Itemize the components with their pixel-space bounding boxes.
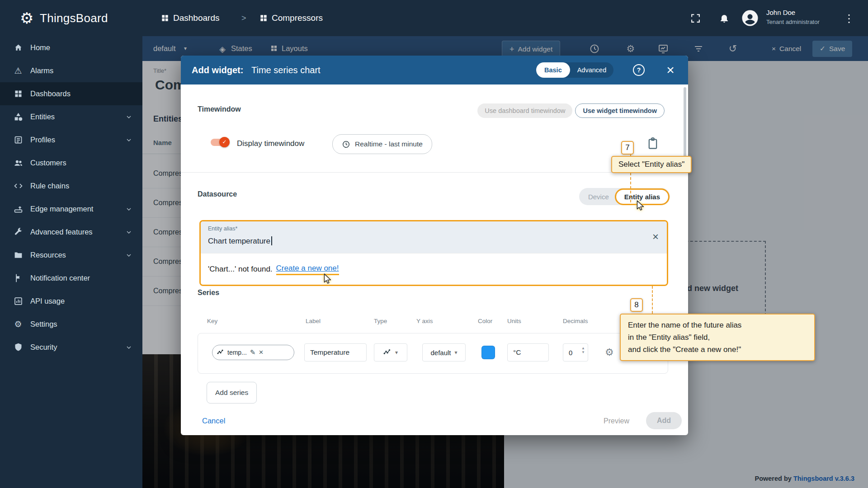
paste-clipboard-icon[interactable] bbox=[646, 137, 661, 152]
step-down-icon: ▼ bbox=[581, 351, 585, 354]
chevron-down-icon bbox=[125, 206, 132, 213]
user-role: Tenant administrator bbox=[766, 19, 820, 25]
dialog-cancel-button[interactable]: Cancel bbox=[202, 417, 225, 425]
series-decimals-input[interactable]: 0 ▲▼ bbox=[563, 343, 588, 361]
section-divider bbox=[181, 172, 688, 173]
series-heading: Series bbox=[198, 289, 219, 297]
shield-icon bbox=[12, 343, 24, 352]
gear-icon: ⚙ bbox=[12, 319, 24, 329]
app-title: ThingsBoard bbox=[40, 0, 108, 36]
wrench-icon bbox=[12, 227, 24, 237]
series-settings-gear-icon[interactable]: ⚙ bbox=[605, 347, 614, 358]
sidebar-item-notification-center[interactable]: Notification center bbox=[0, 267, 142, 290]
sidebar-item-dashboards[interactable]: Dashboards bbox=[0, 82, 142, 105]
remove-key-icon[interactable]: × bbox=[259, 348, 263, 357]
display-timewindow-toggle[interactable]: ✓ bbox=[211, 139, 229, 146]
close-icon[interactable]: × bbox=[663, 61, 678, 79]
column-decimals: Decimals bbox=[563, 318, 588, 324]
breadcrumb-root[interactable]: Dashboards bbox=[173, 0, 219, 36]
display-timewindow-label: Display timewindow bbox=[237, 139, 304, 148]
dialog-header: Add widget: Time series chart Basic Adva… bbox=[181, 56, 688, 84]
clock-icon bbox=[342, 140, 350, 149]
more-options-icon[interactable]: ⋮ bbox=[844, 12, 854, 25]
use-dashboard-timewindow-button[interactable]: Use dashboard timewindow bbox=[477, 103, 572, 118]
clear-icon[interactable]: × bbox=[652, 230, 659, 244]
series-color-swatch[interactable] bbox=[481, 346, 495, 359]
series-y-axis-select[interactable]: default ▾ bbox=[422, 343, 466, 361]
add-button-disabled[interactable]: Add bbox=[646, 412, 682, 429]
edit-pencil-icon[interactable]: ✎ bbox=[250, 348, 256, 357]
column-color: Color bbox=[478, 318, 492, 324]
dashboards-grid-icon bbox=[160, 14, 170, 23]
flag-icon bbox=[12, 273, 24, 283]
customers-people-icon bbox=[12, 158, 24, 168]
column-key: Key bbox=[207, 318, 217, 324]
entity-alias-option[interactable]: Entity alias bbox=[616, 190, 668, 204]
sidebar: Home ⚠ Alarms Dashboards Entities Profil… bbox=[0, 36, 142, 488]
sidebar-item-security[interactable]: Security bbox=[0, 336, 142, 359]
chevron-down-icon: ▾ bbox=[455, 349, 458, 356]
entities-shapes-icon bbox=[12, 112, 24, 122]
datasource-heading: Datasource bbox=[198, 190, 237, 198]
entity-alias-input[interactable]: Entity alias* Chart temperature × bbox=[201, 221, 667, 253]
series-key-chip[interactable]: temp... ✎ × bbox=[212, 345, 294, 360]
create-new-alias-link[interactable]: Create a new one! bbox=[276, 264, 339, 275]
add-series-button[interactable]: Add series bbox=[207, 382, 257, 404]
series-units-input[interactable] bbox=[507, 343, 549, 361]
sidebar-item-api-usage[interactable]: API usage bbox=[0, 290, 142, 313]
fullscreen-icon[interactable] bbox=[690, 13, 701, 24]
entity-alias-field-label: Entity alias* bbox=[208, 225, 237, 232]
device-option[interactable]: Device bbox=[581, 193, 616, 201]
datasource-type-toggle: Device Entity alias bbox=[579, 188, 670, 205]
number-stepper[interactable]: ▲▼ bbox=[581, 347, 585, 354]
dashboard-grid-icon bbox=[259, 14, 268, 23]
sidebar-item-home[interactable]: Home bbox=[0, 36, 142, 59]
series-type-select[interactable]: ▾ bbox=[374, 343, 407, 361]
timewindow-heading: Timewindow bbox=[198, 105, 241, 113]
breadcrumb-current: Compressors bbox=[272, 0, 323, 36]
sidebar-item-entities[interactable]: Entities bbox=[0, 105, 142, 128]
sidebar-item-alarms[interactable]: ⚠ Alarms bbox=[0, 59, 142, 82]
profiles-badge-icon bbox=[12, 135, 24, 145]
add-widget-dialog: Add widget: Time series chart Basic Adva… bbox=[181, 56, 688, 435]
chevron-down-icon bbox=[125, 229, 132, 236]
step-up-icon: ▲ bbox=[581, 347, 585, 350]
folder-icon bbox=[12, 250, 24, 260]
sidebar-item-resources[interactable]: Resources bbox=[0, 244, 142, 267]
preview-button[interactable]: Preview bbox=[604, 417, 629, 425]
timeseries-line-icon bbox=[217, 349, 224, 356]
breadcrumb-separator: > bbox=[241, 0, 246, 36]
user-avatar[interactable] bbox=[741, 9, 760, 28]
line-chart-type-icon bbox=[383, 348, 392, 357]
bar-chart-icon bbox=[12, 296, 24, 306]
column-type: Type bbox=[374, 318, 387, 324]
timewindow-scope-toggle: Use dashboard timewindow Use widget time… bbox=[477, 103, 665, 118]
basic-mode-button[interactable]: Basic bbox=[536, 62, 570, 78]
chevron-down-icon bbox=[125, 136, 132, 144]
sidebar-item-settings[interactable]: ⚙ Settings bbox=[0, 313, 142, 336]
column-label: Label bbox=[306, 318, 321, 324]
series-key-text: temp... bbox=[227, 349, 247, 356]
sidebar-item-advanced-features[interactable]: Advanced features bbox=[0, 221, 142, 244]
toggle-knob: ✓ bbox=[219, 137, 230, 147]
realtime-timewindow-button[interactable]: Realtime - last minute bbox=[332, 134, 432, 154]
chevron-down-icon: ▾ bbox=[395, 349, 398, 356]
dialog-title: Time series chart bbox=[251, 56, 321, 84]
advanced-mode-button[interactable]: Advanced bbox=[570, 62, 614, 78]
dashboards-icon bbox=[12, 89, 24, 99]
notifications-bell-icon[interactable] bbox=[719, 13, 730, 23]
help-icon[interactable]: ? bbox=[633, 64, 645, 76]
sidebar-item-rule-chains[interactable]: Rule chains bbox=[0, 174, 142, 197]
sidebar-item-edge-management[interactable]: Edge management bbox=[0, 197, 142, 221]
home-icon bbox=[12, 43, 24, 52]
dialog-scrollbar[interactable] bbox=[684, 87, 686, 162]
chevron-down-icon bbox=[125, 344, 132, 351]
text-caret bbox=[271, 236, 272, 245]
series-label-input[interactable] bbox=[304, 343, 367, 361]
chevron-down-icon bbox=[125, 113, 132, 121]
dialog-title-prefix: Add widget: bbox=[192, 56, 243, 84]
sidebar-item-customers[interactable]: Customers bbox=[0, 151, 142, 174]
sidebar-item-profiles[interactable]: Profiles bbox=[0, 128, 142, 151]
entity-alias-highlight-box: Entity alias* Chart temperature × 'Chart… bbox=[199, 220, 668, 286]
use-widget-timewindow-button[interactable]: Use widget timewindow bbox=[575, 103, 665, 118]
